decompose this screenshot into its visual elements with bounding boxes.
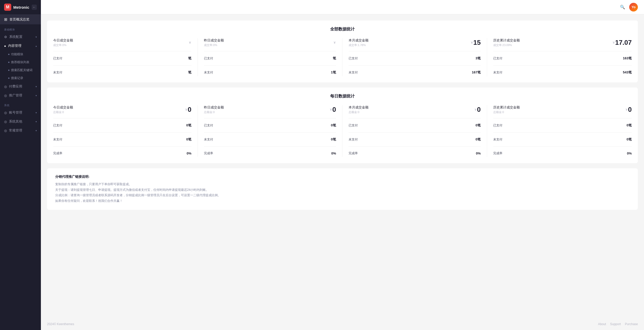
sub-dot-icon: [8, 62, 9, 63]
sidebar-item-account-management[interactable]: ◎ 账号管理 ▾: [0, 108, 41, 117]
search-keywords-label: 搜索匹配关键词: [11, 68, 32, 72]
sidebar-item-content-management[interactable]: ● 内容管理 ▴: [0, 41, 41, 50]
all-stat-sublabel-0: 成交率:0%: [53, 43, 73, 47]
content-area: 全部数据统计 今日成交金额 成交率:0% ¥: [41, 14, 644, 318]
footer-copyright: 2024© Keenthemes: [47, 322, 74, 326]
topbar: 🔍 Yo: [41, 0, 644, 14]
all-stat-row-0-0: 已支付 笔: [53, 54, 191, 62]
footer-links: About Support Purchase: [598, 322, 638, 326]
sub-dot-icon: [8, 70, 9, 71]
footer-link-support[interactable]: Support: [610, 322, 621, 326]
all-stat-label-0: 今日成交金额: [53, 38, 73, 43]
system-config-icon: ⚙: [4, 35, 7, 39]
info-text: 复制你的专属推广链接，只要用户下单你即可获取提成。 关于提现：请到提现管理七日、…: [55, 182, 630, 204]
info-line-3: 如果你有任何疑问，欢迎联系！祝我们合作共赢！: [55, 198, 630, 204]
daily-stat-col-3: 历史累计成交金额 总额金:0 ¥ 0 已支付 0笔: [487, 105, 632, 157]
all-stat-amount-1: ¥: [334, 41, 336, 45]
info-title: 分销代理推广链接说明:: [55, 174, 630, 179]
sidebar-item-system-config[interactable]: ⚙ 系统配置 ▾: [0, 32, 41, 41]
sidebar-item-function-module[interactable]: 功能模块: [0, 50, 41, 58]
nav-group-basic: 基础模块: [0, 24, 41, 32]
daily-stat-col-0: 今日成交金额 总额金:0 ¥ 0 已支付 0笔: [53, 105, 198, 157]
all-stat-col-2: 本月成交金额 成交率:1.78% ¥ 15 已支付 3笔: [342, 38, 487, 76]
all-stat-row-1-0: 已支付 笔: [204, 54, 336, 62]
daily-stat-label-1: 昨日成交金额: [204, 105, 224, 110]
avatar[interactable]: Yo: [629, 3, 638, 12]
search-records-label: 搜索记录: [11, 76, 23, 80]
sidebar: M Metronic ← ⊞ 首页概况总览 基础模块 ⚙ 系统配置 ▾ ● 内容…: [0, 0, 41, 330]
daily-stat-row-1-0: 已支付 0笔: [204, 122, 336, 129]
all-stat-sublabel-3: 成交率:23.09%: [493, 43, 520, 47]
sidebar-item-recommend-list[interactable]: 推荐模块列表: [0, 58, 41, 66]
daily-data-stats-grid: 今日成交金额 总额金:0 ¥ 0 已支付 0笔: [53, 105, 632, 157]
all-stat-amount-0: ¥: [189, 41, 191, 45]
home-icon: ⊞: [4, 17, 7, 22]
daily-stat-label-0: 今日成交金额: [53, 105, 73, 110]
daily-stat-row-2-2: 完成率 0%: [349, 150, 481, 157]
account-label: 账号管理: [9, 111, 22, 115]
daily-stat-amount-1: ¥ 0: [330, 106, 336, 114]
sidebar-item-home[interactable]: ⊞ 首页概况总览: [0, 15, 41, 24]
all-stat-label-1: 昨日成交金额: [204, 38, 224, 43]
sub-dot-icon: [8, 54, 9, 55]
search-button[interactable]: 🔍: [619, 4, 626, 11]
all-stat-row-2-0: 已支付 3笔: [349, 54, 481, 62]
promotion-label: 推广管理: [9, 93, 22, 98]
footer-link-about[interactable]: About: [598, 322, 606, 326]
all-stat-amount-2: ¥ 15: [471, 39, 481, 47]
all-data-section: 全部数据统计 今日成交金额 成交率:0% ¥: [47, 20, 638, 82]
sidebar-item-search-records[interactable]: 搜索记录: [0, 74, 41, 82]
daily-stat-row-3-0: 已支付 0笔: [493, 122, 632, 129]
all-data-stats-grid: 今日成交金额 成交率:0% ¥ 已支付 笔: [53, 38, 632, 76]
all-stat-col-3: 历史累计成交金额 成交率:23.09% ¥ 17.07 已支付 163笔: [487, 38, 632, 76]
all-stat-col-1: 昨日成交金额 成交率:0% ¥ 已支付 笔: [198, 38, 342, 76]
account-icon: ◎: [4, 111, 7, 115]
daily-stat-col-2: 本月成交金额 总额金:0 ¥ 0 已支付 0笔: [342, 105, 487, 157]
chevron-down-icon: ▾: [36, 120, 37, 123]
all-stat-row-2-1: 未支付 167笔: [349, 69, 481, 76]
daily-stat-row-3-1: 未支付 0笔: [493, 136, 632, 143]
nav-group-system: 系统: [0, 100, 41, 108]
sidebar-toggle[interactable]: ←: [32, 5, 37, 10]
chevron-down-icon: ▾: [36, 85, 37, 88]
footer-link-purchase[interactable]: Purchase: [625, 322, 638, 326]
sidebar-item-payment-app[interactable]: ◎ 付费应用 ▾: [0, 82, 41, 91]
info-line-0: 复制你的专属推广链接，只要用户下单你即可获取提成。: [55, 182, 630, 187]
all-stat-sublabel-1: 成交率:0%: [204, 43, 224, 47]
all-stat-col-0: 今日成交金额 成交率:0% ¥ 已支付 笔: [53, 38, 198, 76]
daily-stat-row-0-0: 已支付 0笔: [53, 122, 191, 129]
content-management-icon: ●: [4, 44, 6, 48]
chevron-down-icon: ▾: [36, 36, 37, 38]
chevron-down-icon: ▾: [36, 94, 37, 97]
all-stat-label-2: 本月成交金额: [349, 38, 369, 43]
logo-area: M Metronic ←: [0, 0, 41, 15]
daily-stat-row-0-1: 未支付 0笔: [53, 136, 191, 143]
daily-stat-row-0-2: 完成率 0%: [53, 150, 191, 157]
content-management-label: 内容管理: [8, 44, 21, 48]
daily-data-section: 每日数据统计 今日成交金额 总额金:0 ¥ 0: [47, 87, 638, 163]
sidebar-item-search-keywords[interactable]: 搜索匹配关键词: [0, 66, 41, 74]
all-stat-row-3-0: 已支付 163笔: [493, 54, 632, 62]
system-other-label: 系统其他: [9, 119, 22, 124]
sidebar-item-common-management[interactable]: ◎ 常规管理 ▾: [0, 126, 41, 135]
daily-stat-amount-2: ¥ 0: [475, 106, 481, 114]
promotion-icon: ◎: [4, 94, 7, 97]
all-stat-row-0-1: 未支付 笔: [53, 69, 191, 76]
payment-app-label: 付费应用: [9, 84, 22, 89]
daily-stat-row-1-2: 完成率 0%: [204, 150, 336, 157]
daily-stat-row-2-1: 未支付 0笔: [349, 136, 481, 143]
sub-dot-icon: [8, 78, 9, 79]
all-data-title: 全部数据统计: [53, 27, 632, 32]
chevron-down-icon: ▾: [36, 111, 37, 114]
sidebar-item-system-other[interactable]: ◎ 系统其他 ▾: [0, 117, 41, 126]
avatar-initials: Yo: [631, 5, 636, 9]
daily-stat-col-1: 昨日成交金额 总额金:0 ¥ 0 已支付 0笔: [198, 105, 342, 157]
chevron-down-icon: ▾: [36, 129, 37, 132]
info-section: 分销代理推广链接说明: 复制你的专属推广链接，只要用户下单你即可获取提成。 关于…: [47, 168, 638, 210]
daily-stat-sublabel-2: 总额金:0: [349, 110, 369, 114]
sidebar-home-label: 首页概况总览: [9, 17, 29, 22]
daily-stat-sublabel-0: 总额金:0: [53, 110, 73, 114]
sidebar-item-promotion-management[interactable]: ◎ 推广管理 ▾: [0, 91, 41, 100]
logo-icon: M: [4, 4, 11, 11]
daily-stat-row-1-1: 未支付 0笔: [204, 136, 336, 143]
